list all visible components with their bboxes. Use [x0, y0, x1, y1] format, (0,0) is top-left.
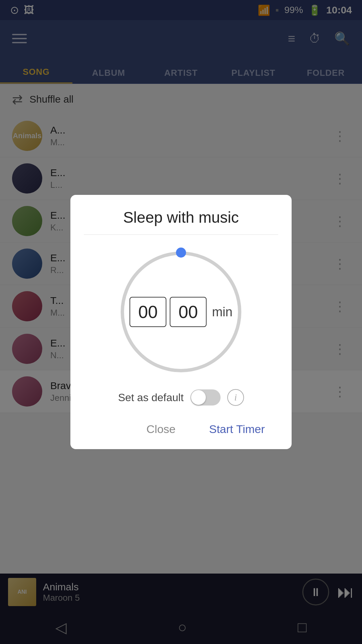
default-toggle[interactable]	[190, 389, 221, 406]
info-letter: i	[234, 392, 237, 403]
timer-drag-handle[interactable]	[176, 248, 186, 258]
modal-overlay: Sleep with music 00 00 min	[0, 0, 362, 644]
timer-hours: 00	[129, 297, 166, 327]
info-icon[interactable]: i	[227, 389, 244, 406]
timer-display: 00 00 min	[129, 297, 232, 327]
start-timer-button[interactable]: Start Timer	[202, 419, 272, 439]
modal-divider	[84, 234, 278, 235]
default-label: Set as default	[118, 391, 184, 404]
close-button[interactable]: Close	[140, 419, 182, 439]
timer-minutes: 00	[170, 297, 206, 327]
timer-circle-container[interactable]: 00 00 min	[114, 245, 248, 379]
modal-buttons: Close Start Timer	[84, 419, 278, 439]
toggle-knob	[191, 390, 206, 405]
timer-unit: min	[212, 305, 232, 319]
default-row: Set as default i	[84, 389, 278, 406]
sleep-timer-modal: Sleep with music 00 00 min	[70, 195, 292, 449]
modal-title: Sleep with music	[123, 208, 239, 226]
